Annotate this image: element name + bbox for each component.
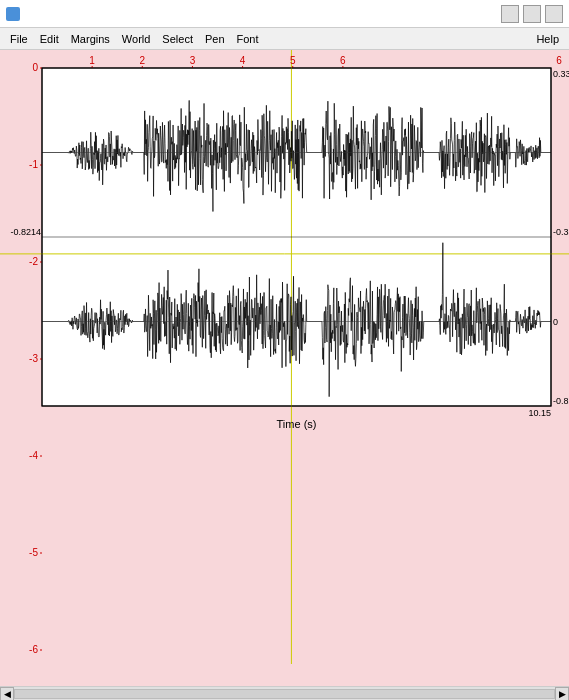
scroll-right-button[interactable]: ▶ [555,687,569,701]
menu-pen[interactable]: Pen [199,31,231,47]
menu-font[interactable]: Font [231,31,265,47]
scroll-track[interactable] [14,689,555,699]
menu-margins[interactable]: Margins [65,31,116,47]
menu-help[interactable]: Help [530,31,565,47]
main-canvas-area: ◀ ▶ [0,50,569,700]
title-bar [0,0,569,28]
menu-select[interactable]: Select [156,31,199,47]
close-button[interactable] [545,5,563,23]
menu-world[interactable]: World [116,31,157,47]
maximize-button[interactable] [523,5,541,23]
app-icon [6,7,20,21]
menu-bar: File Edit Margins World Select Pen Font … [0,28,569,50]
menu-file[interactable]: File [4,31,34,47]
horizontal-scrollbar[interactable]: ◀ ▶ [0,686,569,700]
picture-canvas[interactable] [0,50,569,678]
window-controls [501,5,563,23]
menu-edit[interactable]: Edit [34,31,65,47]
minimize-button[interactable] [501,5,519,23]
scroll-left-button[interactable]: ◀ [0,687,14,701]
